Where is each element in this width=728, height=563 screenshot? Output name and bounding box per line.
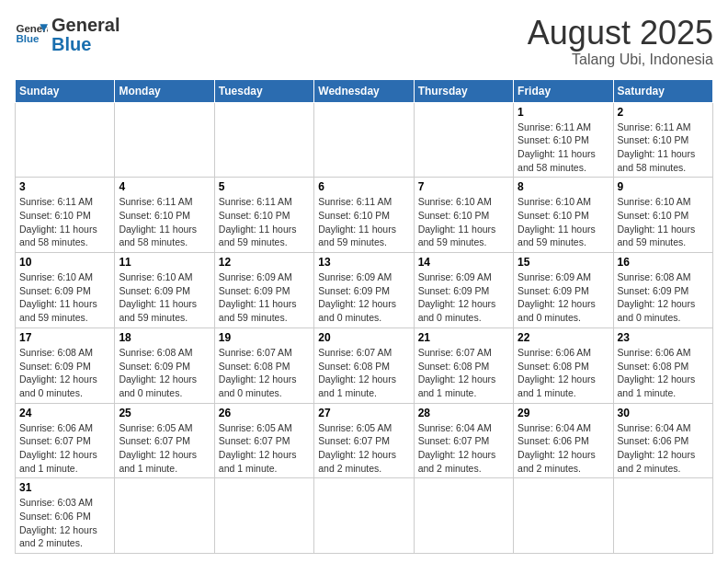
day-number: 16 — [618, 256, 709, 269]
day-info: Sunrise: 6:11 AMSunset: 6:10 PMDaylight:… — [119, 195, 210, 249]
day-info: Sunrise: 6:11 AMSunset: 6:10 PMDaylight:… — [219, 195, 310, 249]
svg-text:Blue: Blue — [16, 33, 40, 44]
calendar-cell — [414, 102, 513, 178]
day-number: 2 — [618, 106, 709, 119]
calendar-cell: 6Sunrise: 6:11 AMSunset: 6:10 PMDaylight… — [314, 178, 414, 253]
calendar-cell: 2Sunrise: 6:11 AMSunset: 6:10 PMDaylight… — [613, 102, 712, 178]
calendar-cell — [115, 478, 214, 554]
day-info: Sunrise: 6:07 AMSunset: 6:08 PMDaylight:… — [418, 346, 509, 400]
logo-blue: Blue — [51, 35, 119, 53]
day-number: 10 — [19, 256, 110, 269]
calendar-cell — [414, 478, 513, 554]
calendar-cell: 13Sunrise: 6:09 AMSunset: 6:09 PMDayligh… — [314, 253, 414, 328]
day-number: 13 — [318, 256, 409, 269]
day-number: 9 — [618, 180, 709, 193]
day-info: Sunrise: 6:05 AMSunset: 6:07 PMDaylight:… — [119, 421, 210, 476]
day-info: Sunrise: 6:11 AMSunset: 6:10 PMDaylight:… — [618, 121, 709, 175]
day-number: 26 — [219, 407, 310, 419]
calendar-cell: 31Sunrise: 6:03 AMSunset: 6:06 PMDayligh… — [16, 478, 115, 554]
day-number: 22 — [518, 331, 609, 344]
day-number: 1 — [518, 106, 609, 119]
day-info: Sunrise: 6:09 AMSunset: 6:09 PMDaylight:… — [518, 270, 609, 325]
calendar-cell: 7Sunrise: 6:10 AMSunset: 6:10 PMDaylight… — [414, 178, 513, 253]
day-info: Sunrise: 6:11 AMSunset: 6:10 PMDaylight:… — [518, 121, 609, 175]
calendar-cell: 28Sunrise: 6:04 AMSunset: 6:07 PMDayligh… — [414, 403, 513, 478]
weekday-header-thursday: Thursday — [414, 79, 513, 102]
title-area: August 2025 Talang Ubi, Indonesia — [528, 15, 713, 68]
day-number: 31 — [19, 481, 110, 494]
day-info: Sunrise: 6:11 AMSunset: 6:10 PMDaylight:… — [318, 195, 409, 249]
day-info: Sunrise: 6:10 AMSunset: 6:09 PMDaylight:… — [19, 270, 110, 325]
day-info: Sunrise: 6:10 AMSunset: 6:10 PMDaylight:… — [418, 195, 509, 249]
calendar-cell: 15Sunrise: 6:09 AMSunset: 6:09 PMDayligh… — [514, 253, 613, 328]
weekday-header-wednesday: Wednesday — [314, 79, 414, 102]
calendar-cell: 25Sunrise: 6:05 AMSunset: 6:07 PMDayligh… — [115, 403, 214, 478]
calendar-cell: 14Sunrise: 6:09 AMSunset: 6:09 PMDayligh… — [414, 253, 513, 328]
logo-general: General — [51, 15, 119, 35]
day-info: Sunrise: 6:07 AMSunset: 6:08 PMDaylight:… — [318, 346, 409, 400]
day-info: Sunrise: 6:09 AMSunset: 6:09 PMDaylight:… — [418, 270, 509, 325]
logo: General Blue General Blue — [15, 15, 119, 53]
calendar-cell: 17Sunrise: 6:08 AMSunset: 6:09 PMDayligh… — [16, 327, 115, 403]
day-info: Sunrise: 6:05 AMSunset: 6:07 PMDaylight:… — [219, 421, 310, 476]
day-number: 25 — [119, 407, 210, 419]
day-number: 30 — [618, 407, 709, 419]
day-number: 28 — [418, 407, 509, 419]
location-subtitle: Talang Ubi, Indonesia — [528, 52, 713, 68]
calendar-body: 1Sunrise: 6:11 AMSunset: 6:10 PMDaylight… — [16, 102, 713, 554]
day-info: Sunrise: 6:04 AMSunset: 6:07 PMDaylight:… — [418, 421, 509, 476]
day-info: Sunrise: 6:06 AMSunset: 6:08 PMDaylight:… — [618, 346, 709, 400]
day-number: 12 — [219, 256, 310, 269]
calendar-cell: 4Sunrise: 6:11 AMSunset: 6:10 PMDaylight… — [115, 178, 214, 253]
day-info: Sunrise: 6:10 AMSunset: 6:10 PMDaylight:… — [518, 195, 609, 249]
day-info: Sunrise: 6:06 AMSunset: 6:08 PMDaylight:… — [518, 346, 609, 400]
day-number: 18 — [119, 331, 210, 344]
weekday-header-row: SundayMondayTuesdayWednesdayThursdayFrid… — [16, 79, 713, 102]
calendar-cell: 21Sunrise: 6:07 AMSunset: 6:08 PMDayligh… — [414, 327, 513, 403]
weekday-header-monday: Monday — [115, 79, 214, 102]
day-number: 15 — [518, 256, 609, 269]
calendar-cell: 19Sunrise: 6:07 AMSunset: 6:08 PMDayligh… — [214, 327, 313, 403]
calendar-cell: 11Sunrise: 6:10 AMSunset: 6:09 PMDayligh… — [115, 253, 214, 328]
calendar-week-row: 10Sunrise: 6:10 AMSunset: 6:09 PMDayligh… — [16, 253, 713, 328]
weekday-header-saturday: Saturday — [613, 79, 712, 102]
day-number: 3 — [19, 180, 110, 193]
calendar-week-row: 1Sunrise: 6:11 AMSunset: 6:10 PMDaylight… — [16, 102, 713, 178]
calendar-cell: 26Sunrise: 6:05 AMSunset: 6:07 PMDayligh… — [214, 403, 313, 478]
day-number: 20 — [318, 331, 409, 344]
calendar-cell: 29Sunrise: 6:04 AMSunset: 6:06 PMDayligh… — [514, 403, 613, 478]
day-number: 23 — [618, 331, 709, 344]
calendar-cell: 30Sunrise: 6:04 AMSunset: 6:06 PMDayligh… — [613, 403, 712, 478]
day-number: 4 — [119, 180, 210, 193]
day-number: 5 — [219, 180, 310, 193]
calendar-week-row: 31Sunrise: 6:03 AMSunset: 6:06 PMDayligh… — [16, 478, 713, 554]
weekday-header-friday: Friday — [514, 79, 613, 102]
calendar-cell — [214, 478, 313, 554]
day-info: Sunrise: 6:03 AMSunset: 6:06 PMDaylight:… — [19, 496, 110, 550]
calendar-cell: 8Sunrise: 6:10 AMSunset: 6:10 PMDaylight… — [514, 178, 613, 253]
day-number: 24 — [19, 407, 110, 419]
calendar-cell: 23Sunrise: 6:06 AMSunset: 6:08 PMDayligh… — [613, 327, 712, 403]
calendar-cell: 22Sunrise: 6:06 AMSunset: 6:08 PMDayligh… — [514, 327, 613, 403]
calendar-cell: 5Sunrise: 6:11 AMSunset: 6:10 PMDaylight… — [214, 178, 313, 253]
day-number: 14 — [418, 256, 509, 269]
calendar-cell — [613, 478, 712, 554]
day-number: 7 — [418, 180, 509, 193]
day-info: Sunrise: 6:07 AMSunset: 6:08 PMDaylight:… — [219, 346, 310, 400]
calendar-cell: 3Sunrise: 6:11 AMSunset: 6:10 PMDaylight… — [16, 178, 115, 253]
day-info: Sunrise: 6:08 AMSunset: 6:09 PMDaylight:… — [119, 346, 210, 400]
calendar-week-row: 17Sunrise: 6:08 AMSunset: 6:09 PMDayligh… — [16, 327, 713, 403]
day-number: 11 — [119, 256, 210, 269]
calendar-cell: 18Sunrise: 6:08 AMSunset: 6:09 PMDayligh… — [115, 327, 214, 403]
day-info: Sunrise: 6:06 AMSunset: 6:07 PMDaylight:… — [19, 421, 110, 476]
calendar-week-row: 24Sunrise: 6:06 AMSunset: 6:07 PMDayligh… — [16, 403, 713, 478]
day-info: Sunrise: 6:04 AMSunset: 6:06 PMDaylight:… — [618, 421, 709, 476]
day-info: Sunrise: 6:10 AMSunset: 6:10 PMDaylight:… — [618, 195, 709, 249]
day-number: 17 — [19, 331, 110, 344]
day-info: Sunrise: 6:09 AMSunset: 6:09 PMDaylight:… — [318, 270, 409, 325]
calendar-table: SundayMondayTuesdayWednesdayThursdayFrid… — [15, 79, 713, 555]
day-number: 6 — [318, 180, 409, 193]
weekday-header-sunday: Sunday — [16, 79, 115, 102]
calendar-cell — [514, 478, 613, 554]
calendar-header: SundayMondayTuesdayWednesdayThursdayFrid… — [16, 79, 713, 102]
